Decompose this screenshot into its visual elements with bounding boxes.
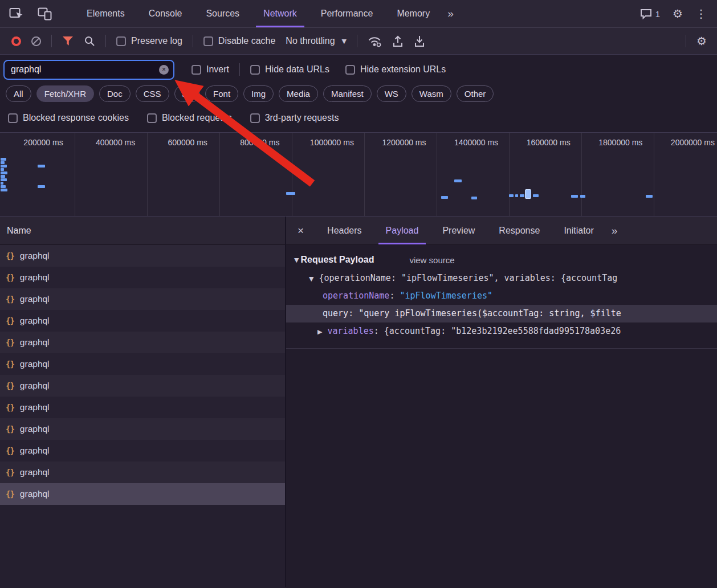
waterfall-bar bbox=[520, 194, 524, 197]
waterfall-bar bbox=[525, 190, 531, 198]
checkbox-icon[interactable] bbox=[345, 65, 355, 75]
network-filter-input[interactable] bbox=[5, 61, 173, 79]
settings-gear-icon[interactable]: ⚙ bbox=[673, 8, 683, 19]
tab-performance[interactable]: Performance bbox=[309, 0, 385, 27]
filter-chip-manifest[interactable]: Manifest bbox=[323, 85, 372, 102]
request-type-filter-strip: AllFetch/XHRDocCSSJSFontImgMediaManifest… bbox=[6, 85, 717, 102]
collapse-triangle-icon[interactable]: ▼ bbox=[294, 256, 299, 264]
detail-tab-initiator[interactable]: Initiator bbox=[552, 217, 605, 244]
checkbox-icon[interactable] bbox=[250, 65, 260, 75]
request-name: graphql bbox=[20, 316, 50, 326]
request-row[interactable]: {}graphql bbox=[0, 310, 285, 332]
disable-cache-checkbox[interactable]: Disable cache bbox=[203, 36, 276, 46]
filter-chip-all[interactable]: All bbox=[6, 85, 31, 102]
devtools-top-bar: ElementsConsoleSourcesNetworkPerformance… bbox=[0, 0, 717, 28]
view-source-link[interactable]: view source bbox=[409, 255, 454, 265]
hide-data-urls-checkbox[interactable]: Hide data URLs bbox=[250, 64, 329, 75]
filter-chip-wasm[interactable]: Wasm bbox=[412, 85, 451, 102]
hide-extension-urls-checkbox[interactable]: Hide extension URLs bbox=[345, 64, 446, 75]
tab-sources[interactable]: Sources bbox=[194, 0, 251, 27]
request-row[interactable]: {}graphql bbox=[0, 397, 285, 418]
third-party-requests-label: 3rd-party requests bbox=[265, 113, 339, 123]
network-conditions-icon[interactable] bbox=[368, 35, 382, 47]
inspect-element-icon[interactable] bbox=[9, 7, 24, 21]
speech-bubble-icon bbox=[640, 9, 652, 19]
export-har-icon[interactable] bbox=[392, 35, 404, 47]
waterfall-bar bbox=[1, 161, 5, 164]
request-row[interactable]: {}graphql bbox=[0, 288, 285, 310]
request-row[interactable]: {}graphql bbox=[0, 483, 285, 505]
checkbox-icon[interactable] bbox=[192, 65, 201, 75]
clear-network-log-icon[interactable] bbox=[31, 36, 41, 46]
checkbox-icon[interactable] bbox=[250, 113, 260, 123]
filter-chip-css[interactable]: CSS bbox=[136, 85, 169, 102]
tab-network[interactable]: Network bbox=[251, 0, 309, 27]
timeline-label: 2000000 ms bbox=[657, 138, 717, 147]
network-overview-timeline[interactable]: 200000 ms400000 ms600000 ms800000 ms1000… bbox=[0, 132, 717, 217]
throttling-dropdown[interactable]: No throttling ▼ bbox=[286, 36, 347, 46]
request-rows: {}graphql{}graphql{}graphql{}graphql{}gr… bbox=[0, 245, 285, 505]
search-icon[interactable] bbox=[84, 35, 95, 47]
filter-icon[interactable] bbox=[62, 36, 74, 46]
request-row[interactable]: {}graphql bbox=[0, 440, 285, 462]
filter-chip-ws[interactable]: WS bbox=[377, 85, 406, 102]
more-tabs-icon[interactable]: » bbox=[442, 7, 459, 20]
payload-root-row[interactable]: ▼{operationName: "ipFlowTimeseries", var… bbox=[286, 270, 717, 287]
filter-chip-font[interactable]: Font bbox=[205, 85, 238, 102]
request-name: graphql bbox=[20, 272, 50, 283]
payload-operation-row[interactable]: operationName: "ipFlowTimeseries" bbox=[286, 287, 717, 305]
request-name: graphql bbox=[20, 359, 50, 369]
request-row[interactable]: {}graphql bbox=[0, 245, 285, 267]
request-name: graphql bbox=[20, 424, 50, 434]
request-row[interactable]: {}graphql bbox=[0, 418, 285, 440]
network-toolbar: Preserve log Disable cache No throttling… bbox=[0, 28, 717, 55]
filter-chip-media[interactable]: Media bbox=[279, 85, 318, 102]
checkbox-icon[interactable] bbox=[203, 36, 213, 46]
collapse-triangle-icon[interactable]: ▼ bbox=[309, 275, 313, 283]
request-row[interactable]: {}graphql bbox=[0, 353, 285, 375]
tab-memory[interactable]: Memory bbox=[385, 0, 442, 27]
tab-console[interactable]: Console bbox=[137, 0, 194, 27]
detail-tab-payload[interactable]: Payload bbox=[374, 217, 431, 244]
detail-tab-preview[interactable]: Preview bbox=[430, 217, 487, 244]
detail-tab-response[interactable]: Response bbox=[487, 217, 552, 244]
console-messages-badge[interactable]: 1 bbox=[640, 9, 660, 19]
waterfall-bar bbox=[38, 165, 45, 168]
blocked-response-cookies-checkbox[interactable]: Blocked response cookies bbox=[8, 113, 129, 123]
preserve-log-checkbox[interactable]: Preserve log bbox=[116, 36, 182, 46]
close-details-icon[interactable]: × bbox=[286, 217, 315, 244]
divider bbox=[193, 35, 193, 47]
filter-chip-other[interactable]: Other bbox=[457, 85, 494, 102]
more-details-tabs-icon[interactable]: » bbox=[606, 224, 624, 237]
devtools-window: ElementsConsoleSourcesNetworkPerformance… bbox=[0, 0, 717, 588]
waterfall-bar bbox=[1, 165, 7, 168]
checkbox-icon[interactable] bbox=[147, 113, 157, 123]
detail-tab-headers[interactable]: Headers bbox=[315, 217, 373, 244]
name-column-header[interactable]: Name bbox=[0, 217, 285, 245]
checkbox-icon[interactable] bbox=[116, 36, 126, 46]
payload-query-row-selected[interactable]: query: "query ipFlowTimeseries($accountT… bbox=[286, 305, 717, 322]
network-settings-gear-icon[interactable]: ⚙ bbox=[696, 35, 717, 47]
filter-chip-doc[interactable]: Doc bbox=[99, 85, 131, 102]
filter-chip-js[interactable]: JS bbox=[174, 85, 201, 102]
request-row[interactable]: {}graphql bbox=[0, 462, 285, 483]
expand-triangle-icon[interactable]: ▶ bbox=[317, 328, 322, 336]
tab-elements[interactable]: Elements bbox=[75, 0, 137, 27]
record-network-log-icon[interactable] bbox=[11, 36, 21, 46]
device-toolbar-icon[interactable] bbox=[38, 7, 53, 21]
filter-chip-fetch-xhr[interactable]: Fetch/XHR bbox=[36, 85, 94, 102]
request-name: graphql bbox=[20, 489, 50, 499]
kebab-menu-icon[interactable]: ⋮ bbox=[695, 8, 707, 19]
request-row[interactable]: {}graphql bbox=[0, 267, 285, 288]
request-row[interactable]: {}graphql bbox=[0, 375, 285, 397]
filter-chip-img[interactable]: Img bbox=[243, 85, 274, 102]
blocked-requests-checkbox[interactable]: Blocked requests bbox=[147, 113, 232, 123]
request-row[interactable]: {}graphql bbox=[0, 332, 285, 353]
payload-variables-row[interactable]: ▶variables: {accountTag: "b12e3b2192ee55… bbox=[286, 322, 717, 340]
import-har-icon[interactable] bbox=[414, 35, 425, 47]
third-party-requests-checkbox[interactable]: 3rd-party requests bbox=[250, 113, 339, 123]
invert-checkbox[interactable]: Invert bbox=[192, 64, 229, 75]
checkbox-icon[interactable] bbox=[8, 113, 18, 123]
message-count: 1 bbox=[655, 9, 660, 19]
clear-filter-icon[interactable]: × bbox=[159, 65, 169, 75]
